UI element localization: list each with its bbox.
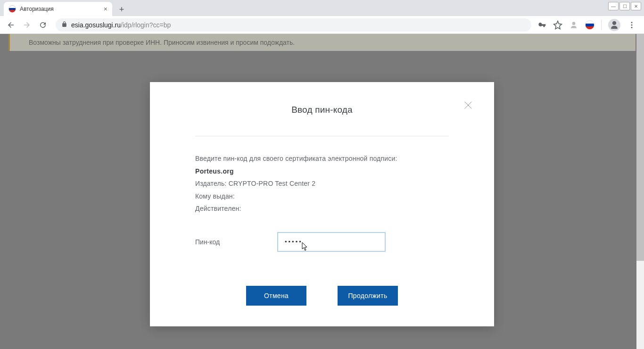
profile-avatar[interactable]: [608, 19, 620, 31]
separator: [601, 20, 602, 30]
scrollbar[interactable]: [636, 34, 644, 349]
svg-point-0: [572, 22, 576, 25]
forward-button[interactable]: [20, 18, 34, 32]
browser-tab[interactable]: Авторизация ×: [4, 2, 112, 16]
issuer-label: Издатель:: [195, 180, 227, 187]
close-icon[interactable]: ×: [104, 5, 107, 13]
tab-strip: Авторизация × + — ☐ ✕: [0, 0, 644, 16]
svg-point-2: [631, 24, 633, 25]
dialog-instruction: Введите пин-код для своего сертификата э…: [195, 152, 449, 165]
certificate-name: Porteus.org: [195, 165, 449, 178]
omnibox[interactable]: esia.gosuslugi.ru/idp/rlogin?cc=bp: [56, 18, 531, 32]
dialog-buttons: Отмена Продолжить: [195, 286, 449, 306]
valid-label: Действителен:: [195, 205, 241, 212]
toolbar-right: [537, 19, 640, 31]
key-icon[interactable]: [537, 20, 546, 30]
back-button[interactable]: [4, 18, 18, 32]
svg-point-1: [631, 22, 633, 23]
divider: [195, 136, 449, 136]
address-bar: esia.gosuslugi.ru/idp/rlogin?cc=bp: [0, 16, 644, 34]
valid-row: Действителен:: [195, 202, 449, 215]
window-controls: — ☐ ✕: [608, 2, 641, 10]
subject-row: Кому выдан:: [195, 190, 449, 203]
minimize-button[interactable]: —: [608, 2, 619, 10]
tab-title: Авторизация: [20, 6, 100, 12]
new-tab-button[interactable]: +: [115, 3, 128, 16]
menu-icon[interactable]: [627, 20, 636, 30]
pin-label: Пин-код: [195, 238, 277, 246]
url-host: esia.gosuslugi.ru: [71, 21, 121, 29]
dialog-title: Ввод пин-кода: [195, 105, 449, 115]
subject-label: Кому выдан:: [195, 192, 235, 200]
flag-ru-icon: [8, 5, 16, 13]
lock-icon: [61, 21, 67, 29]
viewport: Возможны затруднения при проверке ИНН. П…: [0, 34, 644, 349]
cancel-button[interactable]: Отмена: [246, 286, 306, 306]
flag-ru-icon[interactable]: [585, 20, 594, 30]
pin-dialog: Ввод пин-кода Введите пин-код для своего…: [150, 82, 494, 326]
scrollbar-thumb[interactable]: [636, 34, 644, 261]
pin-row: Пин-код: [195, 232, 449, 252]
reload-button[interactable]: [36, 18, 50, 32]
continue-button[interactable]: Продолжить: [338, 286, 398, 306]
close-window-button[interactable]: ✕: [631, 2, 641, 10]
pin-input[interactable]: [277, 232, 386, 252]
url-text: esia.gosuslugi.ru/idp/rlogin?cc=bp: [71, 21, 171, 29]
svg-point-3: [631, 26, 633, 28]
star-icon[interactable]: [553, 20, 562, 30]
url-path: /idp/rlogin?cc=bp: [121, 21, 171, 29]
maximize-button[interactable]: ☐: [619, 2, 630, 10]
issuer-value: CRYPTO-PRO Test Center 2: [229, 180, 316, 187]
extension-icon[interactable]: [569, 20, 578, 30]
dialog-close-button[interactable]: [463, 100, 473, 112]
issuer-row: Издатель: CRYPTO-PRO Test Center 2: [195, 177, 449, 190]
